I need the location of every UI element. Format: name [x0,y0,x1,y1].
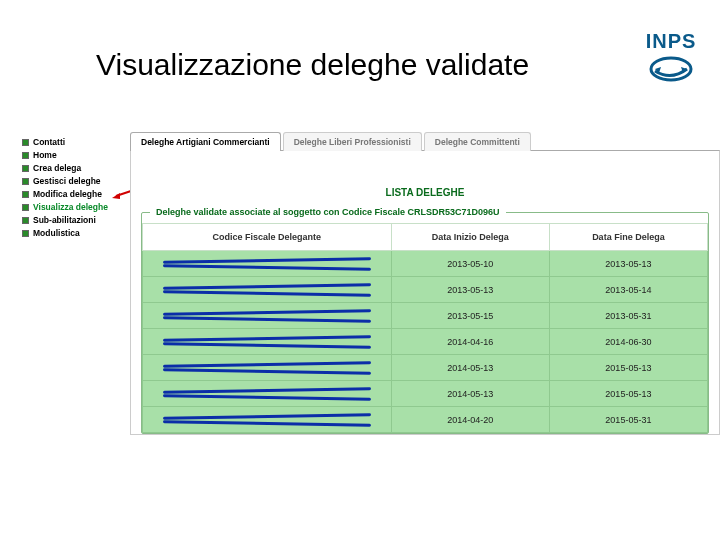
cell-fine: 2015-05-13 [549,355,707,381]
sidebar-item-label: Contatti [33,137,65,148]
cell-cf-redacted: ████ [143,355,392,381]
cell-inizio: 2014-05-13 [391,355,549,381]
cell-cf-redacted: ████ [143,251,392,277]
bullet-icon [22,165,29,172]
lista-title: LISTA DELEGHE [141,159,709,208]
table-row: ████2014-05-132015-05-13 [143,381,708,407]
sidebar-item-gestisci-deleghe[interactable]: Gestisci deleghe [22,175,112,188]
redaction-mark-icon [163,415,371,425]
bullet-icon [22,152,29,159]
cell-fine: 2013-05-14 [549,277,707,303]
redaction-mark-icon [163,259,371,269]
cell-inizio: 2013-05-10 [391,251,549,277]
sidebar-item-label: Sub-abilitazioni [33,215,96,226]
sidebar-item-label: Crea delega [33,163,81,174]
cell-inizio: 2014-05-13 [391,381,549,407]
bullet-icon [22,217,29,224]
slide-title: Visualizzazione deleghe validate [96,48,529,82]
col-header-1: Data Inizio Delega [391,224,549,251]
tabs: Deleghe Artigiani CommerciantiDeleghe Li… [130,132,720,151]
cell-inizio: 2014-04-20 [391,407,549,433]
cell-inizio: 2014-04-16 [391,329,549,355]
cell-cf-redacted: ████ [143,407,392,433]
inps-logo: INPS [640,30,702,92]
bullet-icon [22,230,29,237]
cell-cf-redacted: ████ [143,303,392,329]
sidebar-item-visualizza-deleghe[interactable]: Visualizza deleghe [22,201,112,214]
sidebar-item-label: Modifica deleghe [33,189,102,200]
bullet-icon [22,204,29,211]
sidebar: ContattiHomeCrea delegaGestisci delegheM… [18,132,116,540]
deleghe-table: Codice Fiscale DeleganteData Inizio Dele… [142,223,708,433]
sidebar-item-label: Modulistica [33,228,80,239]
col-header-0: Codice Fiscale Delegante [143,224,392,251]
cell-inizio: 2013-05-13 [391,277,549,303]
col-header-2: Data Fine Delega [549,224,707,251]
redaction-mark-icon [163,285,371,295]
fieldset-legend: Deleghe validate associate al soggetto c… [150,207,506,217]
main-area: Deleghe Artigiani CommerciantiDeleghe Li… [116,132,720,540]
cell-cf-redacted: ████ [143,381,392,407]
cell-fine: 2013-05-13 [549,251,707,277]
cell-inizio: 2013-05-15 [391,303,549,329]
sidebar-item-contatti[interactable]: Contatti [22,136,112,149]
cell-fine: 2014-06-30 [549,329,707,355]
sidebar-item-home[interactable]: Home [22,149,112,162]
redaction-mark-icon [163,337,371,347]
sidebar-item-crea-delega[interactable]: Crea delega [22,162,112,175]
tab-2[interactable]: Deleghe Committenti [424,132,531,151]
tab-panel: LISTA DELEGHE Deleghe validate associate… [130,150,720,435]
bullet-icon [22,139,29,146]
table-row: ████2014-04-202015-05-31 [143,407,708,433]
table-row: ████2013-05-132013-05-14 [143,277,708,303]
sidebar-item-label: Gestisci deleghe [33,176,101,187]
table-row: ████2013-05-152013-05-31 [143,303,708,329]
table-row: ████2013-05-102013-05-13 [143,251,708,277]
tab-0[interactable]: Deleghe Artigiani Commercianti [130,132,281,151]
redaction-mark-icon [163,311,371,321]
logo-swirl-icon [649,55,693,83]
redaction-mark-icon [163,389,371,399]
cell-fine: 2015-05-31 [549,407,707,433]
cell-fine: 2015-05-13 [549,381,707,407]
sidebar-item-label: Visualizza deleghe [33,202,108,213]
bullet-icon [22,191,29,198]
sidebar-item-modulistica[interactable]: Modulistica [22,227,112,240]
sidebar-item-modifica-deleghe[interactable]: Modifica deleghe [22,188,112,201]
redaction-mark-icon [163,363,371,373]
sidebar-item-label: Home [33,150,57,161]
logo-text: INPS [646,30,697,53]
sidebar-item-sub-abilitazioni[interactable]: Sub-abilitazioni [22,214,112,227]
cell-cf-redacted: ████ [143,277,392,303]
cell-fine: 2013-05-31 [549,303,707,329]
table-row: ████2014-04-162014-06-30 [143,329,708,355]
deleghe-fieldset: Deleghe validate associate al soggetto c… [141,212,709,434]
bullet-icon [22,178,29,185]
cell-cf-redacted: ████ [143,329,392,355]
tab-1[interactable]: Deleghe Liberi Professionisti [283,132,422,151]
table-row: ████2014-05-132015-05-13 [143,355,708,381]
